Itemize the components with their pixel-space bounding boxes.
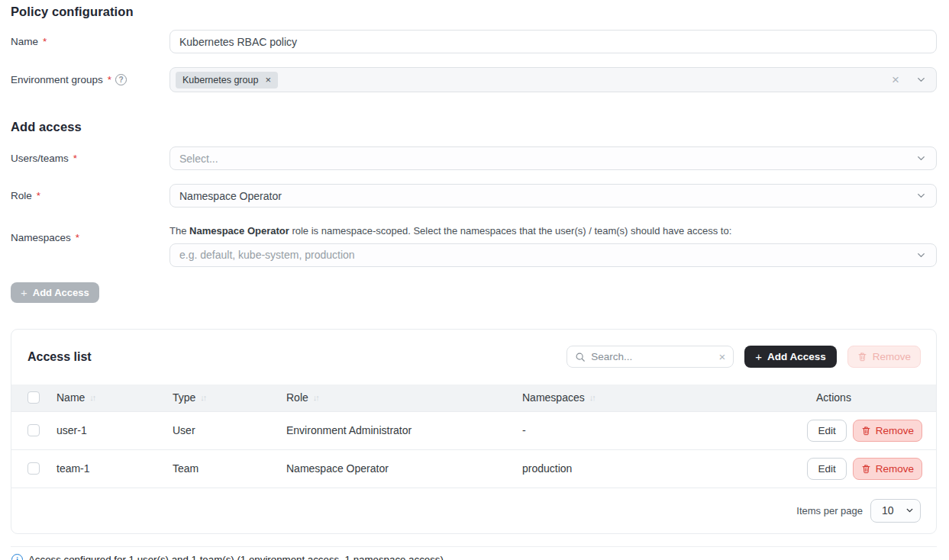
add-access-title: Add access	[11, 120, 937, 134]
required-marker: *	[108, 74, 111, 85]
row-checkbox[interactable]	[27, 424, 40, 436]
select-all-checkbox[interactable]	[27, 391, 40, 404]
role-row: Role* Namespace Operator	[11, 184, 937, 208]
pagination-bar: Items per page 10	[11, 488, 936, 533]
chevron-down-icon	[915, 190, 927, 201]
cell-namespaces: production	[522, 462, 807, 475]
items-per-page-label: Items per page	[796, 505, 863, 517]
edit-button[interactable]: Edit	[807, 420, 846, 442]
environment-group-tag: Kubernetes group ×	[176, 72, 278, 89]
remove-button[interactable]: Remove	[853, 420, 922, 442]
users-teams-select[interactable]: Select...	[169, 146, 937, 170]
add-access-button[interactable]: + Add Access	[744, 346, 837, 368]
sort-icon[interactable]: ↓↑	[200, 393, 205, 402]
name-label: Name*	[11, 36, 169, 47]
column-header-name[interactable]: Name ↓↑	[56, 391, 173, 404]
sort-icon[interactable]: ↓↑	[313, 393, 318, 402]
name-input[interactable]	[169, 30, 937, 53]
search-icon	[575, 352, 586, 362]
clear-icon[interactable]: ×	[892, 73, 899, 86]
trash-icon	[857, 352, 867, 362]
role-selected-value: Namespace Operator	[179, 190, 915, 202]
page-title: Policy configuration	[11, 5, 937, 19]
table-header-row: Name ↓↑ Type ↓↑ Role ↓↑ Namespaces ↓↑ Ac…	[11, 385, 936, 411]
access-list-card: Access list × + Add Access	[11, 329, 937, 534]
remove-button[interactable]: Remove	[853, 458, 922, 480]
column-header-actions: Actions	[816, 391, 936, 404]
access-summary: i Access configured for 1 user(s) and 1 …	[11, 546, 937, 560]
access-summary-text: Access configured for 1 user(s) and 1 te…	[28, 554, 447, 560]
info-icon: i	[11, 554, 23, 560]
sort-icon[interactable]: ↓↑	[589, 393, 595, 402]
required-marker: *	[37, 190, 40, 201]
tag-remove-icon[interactable]: ×	[265, 75, 271, 85]
environment-groups-multiselect[interactable]: Kubernetes group × ×	[169, 67, 937, 92]
cell-role: Namespace Operator	[286, 462, 522, 475]
help-icon[interactable]: ?	[115, 74, 127, 85]
namespaces-label: Namespaces*	[11, 221, 169, 243]
row-checkbox[interactable]	[27, 462, 40, 475]
add-access-button-disabled[interactable]: + Add Access	[11, 282, 99, 303]
namespaces-helper-text: The Namespace Operator role is namespace…	[169, 224, 937, 238]
plus-icon: +	[21, 286, 27, 299]
column-header-type[interactable]: Type ↓↑	[173, 391, 286, 404]
namespaces-select[interactable]: e.g. default, kube-system, production	[169, 243, 937, 267]
trash-icon	[861, 426, 871, 436]
cell-role: Environment Administrator	[286, 424, 522, 436]
items-per-page-select[interactable]: 10	[870, 499, 921, 523]
access-list-header: Access list × + Add Access	[11, 330, 936, 385]
search-clear-icon[interactable]: ×	[718, 351, 725, 362]
policy-configuration-page: Policy configuration Name* Environment g…	[0, 0, 949, 560]
required-marker: *	[76, 232, 79, 243]
users-teams-label: Users/teams*	[11, 153, 169, 164]
cell-namespaces: -	[522, 424, 807, 436]
role-label: Role*	[11, 190, 169, 201]
name-row: Name*	[11, 30, 937, 53]
required-marker: *	[73, 153, 77, 164]
column-header-role[interactable]: Role ↓↑	[286, 391, 522, 404]
cell-name: team-1	[56, 462, 173, 475]
cell-type: User	[173, 424, 286, 436]
required-marker: *	[43, 36, 47, 47]
chevron-down-icon	[915, 153, 927, 164]
namespaces-row: Namespaces* The Namespace Operator role …	[11, 221, 937, 267]
remove-button-disabled[interactable]: Remove	[847, 346, 921, 368]
namespaces-placeholder: e.g. default, kube-system, production	[179, 249, 915, 261]
table-row: team-1 Team Namespace Operator productio…	[11, 449, 936, 488]
table-row: user-1 User Environment Administrator - …	[11, 411, 936, 449]
cell-name: user-1	[56, 424, 173, 436]
plus-icon: +	[755, 350, 762, 363]
environment-groups-label: Environment groups* ?	[11, 74, 169, 85]
access-list-title: Access list	[27, 350, 92, 364]
search-input[interactable]	[591, 351, 713, 362]
search-box: ×	[566, 346, 734, 368]
sort-icon[interactable]: ↓↑	[89, 393, 95, 402]
chevron-down-icon	[915, 74, 927, 85]
edit-button[interactable]: Edit	[807, 458, 846, 480]
role-select[interactable]: Namespace Operator	[169, 184, 937, 208]
trash-icon	[861, 464, 871, 474]
column-header-namespaces[interactable]: Namespaces ↓↑	[522, 391, 816, 404]
users-teams-placeholder: Select...	[179, 153, 915, 165]
users-teams-row: Users/teams* Select...	[11, 146, 937, 170]
chevron-down-icon	[915, 249, 927, 261]
cell-type: Team	[173, 462, 286, 475]
environment-groups-row: Environment groups* ? Kubernetes group ×…	[11, 67, 937, 92]
